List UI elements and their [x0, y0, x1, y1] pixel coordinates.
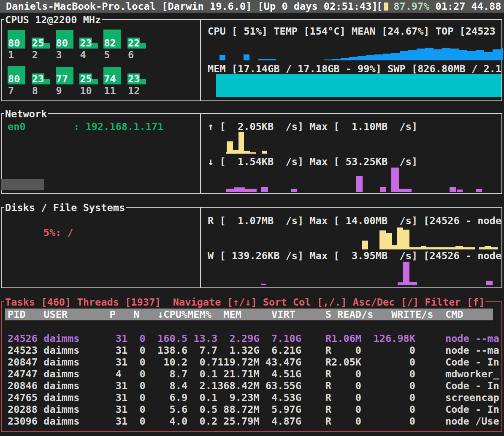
cpu-core-bar-step: [44, 79, 50, 84]
cpu-core-number: 11: [104, 85, 116, 97]
cpu-core-load: 25: [32, 38, 44, 49]
hist-bar: [459, 50, 467, 60]
cpu-core-number: 7: [8, 85, 14, 97]
hist-bar: [216, 74, 501, 97]
cpu-core-number: 1: [8, 49, 14, 61]
hist-bar: [324, 60, 332, 60]
task-row[interactable]: 20846 daimms 31 0 8.4 2.1368.42M 63.55G …: [8, 380, 504, 392]
task-row[interactable]: 24765 daimms 31 0 6.9 0.1 9.23M 4.53G R …: [8, 392, 504, 404]
hist-bar: [421, 246, 426, 249]
hist-bar: [258, 59, 276, 60]
hist-bar: [403, 262, 409, 285]
cpu-core-cell: 2312: [127, 65, 151, 96]
cpu-core-bar-step: [140, 79, 146, 84]
cpu-core-number: 8: [32, 85, 38, 97]
network-section-box: Network en0 : 192.168.1.171 ↑ [ 2.05KB /…: [1, 113, 502, 194]
hist-bar: [262, 151, 267, 154]
hist-bar: [476, 189, 482, 192]
terminal-screen: { "colors": { "green": "#10b26b", "blue"…: [0, 0, 504, 436]
cpu-core-cell: 2510: [79, 65, 103, 96]
titlebar: Daniels-MacBook-Pro.local [Darwin 19.6.0…: [0, 0, 504, 13]
hist-bar: [400, 51, 408, 60]
hist-bar: [374, 54, 383, 60]
hist-bar: [455, 246, 463, 249]
hist-bar: [233, 150, 238, 154]
cpu-core-bar-step: [92, 79, 98, 84]
disk-write-chart: [203, 261, 503, 285]
cpu-core-cell: 825: [103, 29, 127, 60]
hist-bar: [501, 48, 503, 60]
hist-bar: [380, 187, 386, 192]
hist-bar: [261, 284, 266, 285]
cpu-core-number: 2: [32, 49, 38, 61]
mem-summary-line: MEM [17.14GB / 17.18GB - 99%] SWP [826.8…: [208, 63, 501, 75]
hist-bar: [450, 49, 459, 60]
hist-bar: [349, 57, 358, 60]
cpu-core-bar-step: [44, 43, 50, 49]
network-scroll-indicator[interactable]: [1, 179, 44, 190]
hist-bar: [397, 227, 403, 249]
cpu-core-load: 80: [56, 38, 68, 49]
tasks-header-text: PID USER P N ↓CPU%MEM% MEM VIRT S READ/s…: [8, 309, 504, 320]
mem-usage-bar: [203, 74, 503, 97]
hist-bar: [450, 187, 456, 192]
cpu-core-cell: 234: [79, 29, 103, 60]
hist-bar: [493, 49, 501, 60]
cpu-section-divider: [200, 20, 201, 100]
hist-bar: [244, 54, 249, 60]
cpu-core-load: 22: [128, 38, 140, 49]
network-section-divider: [200, 114, 201, 193]
cpu-core-bar-step: [92, 43, 98, 49]
tasks-header-row[interactable]: PID USER P N ↓CPU%MEM% MEM VIRT S READ/s…: [5, 309, 493, 320]
cpu-core-cell: 807: [8, 65, 31, 96]
cpu-core-number: 3: [56, 49, 62, 61]
cpu-summary-line: CPU [ 51%] TEMP [154°C] MEAN [24.67%] TO…: [208, 25, 496, 37]
cpu-core-number: 4: [80, 49, 86, 61]
hist-bar: [399, 189, 412, 192]
hist-bar: [341, 58, 349, 60]
battery-time: 01:27: [435, 0, 465, 12]
hist-bar: [219, 55, 225, 60]
hist-bar: [434, 49, 442, 60]
task-row[interactable]: 23096 daimms 31 0 4.0 0.2 25.79M 4.87G R…: [8, 415, 504, 427]
hist-bar: [403, 230, 409, 249]
task-row[interactable]: 24523 daimms 31 0 138.6 7.7 1.32G 6.21G …: [8, 344, 504, 356]
hist-bar: [417, 49, 425, 60]
cpu-core-cell: 779: [56, 65, 79, 96]
hist-bar: [485, 246, 491, 249]
tasks-title: Tasks [460] Threads [1937] Navigate [↑/↓…: [4, 296, 485, 308]
disks-section-divider: [200, 208, 201, 287]
hist-bar: [356, 176, 363, 192]
hist-bar: [425, 48, 434, 60]
disk-read-line: R [ 1.07MB /s] Max [ 14.00MB /s] [24526 …: [208, 215, 501, 227]
network-section-title: Network: [4, 108, 48, 120]
cpu-core-cell: 7411: [103, 65, 127, 96]
cpu-core-number: 5: [104, 49, 110, 61]
hist-bar: [486, 281, 493, 285]
hist-bar: [391, 53, 400, 60]
cpu-core-load: 23: [128, 73, 140, 84]
task-row[interactable]: 20847 daimms 31 0 10.2 0.7119.72M 43.47G…: [8, 356, 504, 368]
task-row[interactable]: 24526 daimms 31 0 160.5 13.3 2.29G 7.10G…: [8, 333, 504, 344]
net-down-chart: [203, 168, 503, 192]
task-row[interactable]: 20288 daimms 31 0 5.6 0.5 88.72M 5.97G R…: [8, 404, 504, 415]
cpu-core-load: 25: [80, 73, 92, 84]
hist-bar: [391, 168, 399, 192]
hist-bar: [379, 230, 386, 249]
cpu-core-cell: 803: [56, 29, 79, 60]
task-row[interactable]: 24747 daimms 4 0 8.7 0.1 21.71M 4.51G R …: [8, 368, 504, 380]
hist-bar: [291, 189, 297, 192]
cpu-core-load: 80: [8, 38, 20, 49]
hist-bar: [386, 233, 392, 249]
hist-bar: [409, 247, 475, 249]
cpu-core-number: 9: [56, 85, 62, 97]
cpu-core-cell: 801: [8, 29, 31, 60]
hist-bar: [226, 189, 234, 192]
hist-bar: [234, 187, 245, 192]
hist-bar: [244, 151, 250, 154]
hist-bar: [238, 132, 244, 154]
disk-read-chart: [203, 226, 503, 249]
hist-bar: [332, 59, 341, 60]
hist-bar: [467, 51, 476, 60]
hist-bar: [442, 48, 450, 60]
